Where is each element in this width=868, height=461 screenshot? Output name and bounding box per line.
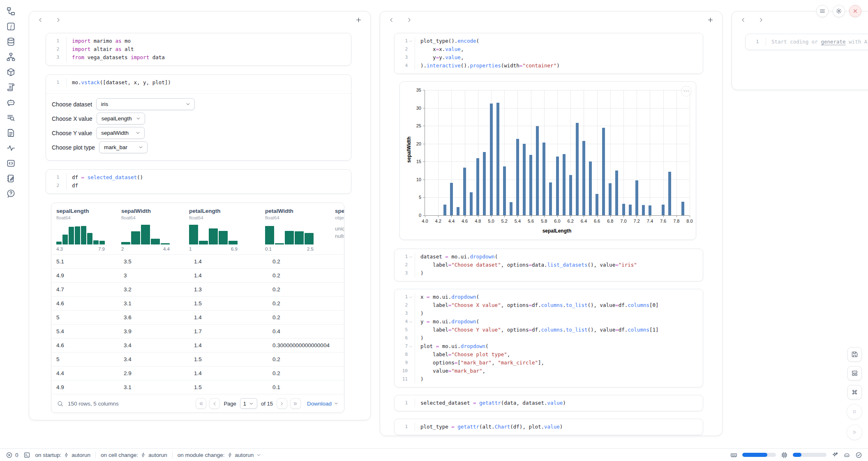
add-cell-button[interactable] — [355, 16, 362, 23]
table-cell: 1.3 — [194, 286, 272, 293]
line-number: 4 — [405, 318, 408, 326]
code-editor[interactable]: 1x = mo.ui.dropdown(2 label="Choose X va… — [395, 289, 703, 387]
on-module-change-label: on module change: — [178, 452, 225, 458]
sidebar-scratchpad-button[interactable] — [6, 83, 16, 92]
table-cell: 0.2 — [272, 258, 344, 265]
on-cell-change-toggle[interactable]: on cell change: autorun — [101, 452, 167, 458]
code-editor[interactable]: 1import marimo as mo2import altair as al… — [46, 33, 351, 65]
plot-area[interactable]: 051015202530354.04.24.44.64.85.05.25.45.… — [425, 90, 689, 216]
next-page-button[interactable] — [277, 398, 287, 409]
sidebar-notebook-button[interactable] — [6, 174, 16, 183]
terminal-button[interactable] — [23, 452, 30, 459]
column-dtype: object — [335, 215, 344, 220]
y-tick-label: 25 — [416, 123, 421, 128]
column-max: 7.9 — [98, 247, 105, 251]
x-tick-label: 6.8 — [607, 219, 613, 224]
axis-tick — [663, 215, 664, 217]
sidebar-packages-button[interactable] — [6, 67, 16, 77]
fold-toggle-icon[interactable] — [408, 295, 413, 300]
run-all-button[interactable] — [847, 424, 862, 440]
sidebar-chat-button[interactable] — [6, 98, 16, 107]
code-line: 4).interactive().properties(width="conta… — [395, 62, 703, 70]
scratch-cell: 1Start coding or generate with AI. — [745, 34, 868, 50]
sidebar-tracing-button[interactable] — [6, 143, 16, 153]
sidebar-dependency-graph-button[interactable] — [6, 52, 16, 62]
chevron-left-icon — [388, 17, 395, 23]
connection-status-button[interactable] — [855, 452, 862, 459]
code-editor[interactable]: 1Start coding or generate with AI. — [746, 34, 868, 50]
add-cell-button[interactable] — [707, 16, 714, 23]
ai-assistant-button[interactable] — [831, 452, 838, 459]
sidebar-help-button[interactable] — [6, 189, 16, 198]
column-collapse-right-button[interactable] — [406, 17, 412, 23]
on-startup-toggle[interactable]: on startup: autorun — [35, 452, 91, 458]
interrupt-button[interactable] — [847, 404, 862, 420]
table-search-button[interactable] — [57, 400, 64, 407]
choose-plot-type-select[interactable]: mark_bar — [99, 141, 148, 153]
code-editor[interactable]: 1mo.vstack([dataset, x, y, plot]) — [46, 75, 351, 90]
histogram-bar — [81, 226, 86, 244]
table-cell: 3.4 — [124, 356, 194, 362]
status-bar: 0 on startup: autorun on cell change: au… — [0, 448, 868, 461]
download-button[interactable]: Download — [307, 401, 339, 407]
previous-page-button[interactable] — [209, 398, 220, 409]
page-select[interactable]: 1 — [240, 398, 257, 409]
code-editor[interactable]: 1selected_dataset = getattr(data, datase… — [395, 395, 703, 411]
save-button[interactable] — [847, 347, 862, 362]
sidebar-logs-button[interactable] — [6, 113, 16, 122]
terminal-icon — [23, 452, 30, 459]
fold-toggle-icon[interactable] — [408, 344, 413, 349]
keyboard-shortcuts-button[interactable] — [847, 385, 862, 399]
table-cell: 0.2 — [272, 272, 344, 279]
notebook-menu-button[interactable] — [816, 5, 829, 17]
fold-toggle-icon[interactable] — [408, 39, 413, 44]
dataframe-table: sepalLengthfloat644.37.9sepalWidthfloat6… — [51, 203, 344, 413]
settings-button[interactable] — [833, 5, 845, 17]
choose-dataset-select[interactable]: iris — [96, 98, 195, 110]
chart-bar — [668, 172, 671, 215]
code-editor[interactable]: 1plot_type().encode(2 x=x.value,3 y=y.va… — [395, 33, 703, 74]
chart-bar — [642, 205, 645, 215]
sidebar-snippets-button[interactable] — [6, 159, 16, 168]
sidebar-file-tree-button[interactable] — [6, 7, 16, 16]
data-sources-icon — [6, 37, 16, 46]
sidebar-documentation-button[interactable] — [6, 128, 16, 138]
on-module-change-toggle[interactable]: on module change: autorun — [178, 452, 262, 458]
shutdown-button[interactable] — [849, 5, 861, 17]
column-collapse-right-button[interactable] — [758, 17, 764, 23]
vstack-cell: 1mo.vstack([dataset, x, y, plot])Choose … — [46, 74, 351, 161]
first-page-button[interactable] — [196, 398, 206, 409]
line-number: 4 — [405, 62, 408, 70]
fold-toggle-icon[interactable] — [408, 254, 413, 260]
table-cell: 0.2 — [272, 286, 344, 293]
column-collapse-left-button[interactable] — [388, 17, 395, 23]
x-tick-label: 6.2 — [568, 219, 574, 224]
code-editor[interactable]: 1df = selected_dataset()2df — [46, 170, 351, 194]
column-collapse-left-button[interactable] — [37, 17, 44, 23]
table-footer: 150 rows, 5 columnsPage1of 15Download — [51, 394, 344, 413]
sidebar-variables-button[interactable]: f — [6, 22, 16, 31]
histogram-bar — [87, 233, 92, 244]
chevron-down-icon — [135, 130, 141, 136]
x-tick-label: 6.6 — [594, 219, 600, 224]
errors-indicator[interactable]: 0 — [6, 452, 18, 459]
last-page-button[interactable] — [290, 398, 301, 409]
column-max: 2.5 — [307, 247, 314, 251]
choose-y-value-select[interactable]: sepalWidth — [96, 127, 145, 139]
table-cell: 4.6 — [56, 342, 124, 348]
axis-tick — [517, 215, 518, 217]
code-editor[interactable]: 1dataset = mo.ui.dropdown(2 label="Choos… — [395, 249, 703, 281]
copilot-button[interactable] — [843, 452, 850, 459]
table-cell: 1.4 — [194, 272, 272, 279]
choose-x-value-select[interactable]: sepalLength — [97, 113, 145, 124]
histogram-bar — [265, 226, 274, 244]
code-editor[interactable]: 1plot_type = getattr(alt.Chart(df), plot… — [395, 419, 703, 435]
column-collapse-right-button[interactable] — [55, 17, 61, 23]
y-tick-label: 15 — [416, 159, 421, 164]
column-collapse-left-button[interactable] — [740, 17, 746, 23]
line-number: 7 — [405, 342, 408, 350]
layout-toggle-button[interactable] — [847, 366, 862, 380]
sidebar-data-sources-button[interactable] — [6, 37, 16, 46]
fold-toggle-icon[interactable] — [408, 319, 413, 325]
chart-bar — [503, 166, 506, 215]
